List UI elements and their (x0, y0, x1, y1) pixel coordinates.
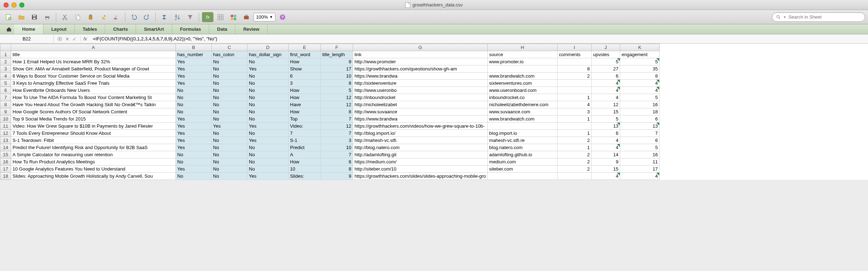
spreadsheet-grid[interactable]: ABCDEFGHIJK1titlehas_numberhas_colonhas_… (0, 44, 868, 180)
row-header[interactable]: 11 (0, 123, 11, 130)
cell[interactable]: www.brandwatch.com (488, 73, 558, 80)
cell[interactable]: 1 (558, 144, 592, 151)
col-header-G[interactable]: G (353, 44, 488, 51)
cell[interactable]: 27 (592, 65, 620, 73)
cell[interactable]: 5 (592, 58, 620, 65)
cell[interactable]: No (247, 144, 289, 151)
fx-label[interactable]: fx (81, 36, 90, 41)
cell[interactable]: A (289, 151, 321, 158)
cell[interactable]: How Google Scores Authors Of Social Netw… (11, 108, 176, 115)
cell[interactable]: https://growthhackers.com/questions/show… (353, 65, 488, 73)
cell[interactable]: Slides: (289, 173, 321, 180)
cell[interactable]: http://nicholeelizabet (353, 101, 488, 108)
col-header-F[interactable]: F (321, 44, 353, 51)
cell[interactable]: Show (289, 65, 321, 73)
cell[interactable]: 1 (558, 130, 592, 137)
cell[interactable]: No (212, 130, 247, 137)
cell[interactable]: 3 (321, 137, 353, 144)
formula-input[interactable]: =IF(COUNT(FIND({0,1,2,3,4,5,6,7,8,9},A22… (90, 36, 868, 41)
cell[interactable]: Yes (247, 65, 289, 73)
cell[interactable]: How (289, 94, 321, 101)
tab-charts[interactable]: Charts (105, 24, 136, 34)
cell[interactable]: No (247, 87, 289, 94)
cell[interactable]: 7 (321, 130, 353, 137)
cell[interactable]: No (212, 65, 247, 73)
cell[interactable]: No (176, 87, 212, 94)
cell[interactable]: 6 (592, 73, 620, 80)
col-header-I[interactable]: I (558, 44, 592, 51)
accept-formula-button[interactable]: ✓ (72, 36, 77, 42)
cell[interactable]: 18 (620, 108, 660, 115)
cell[interactable]: No (247, 108, 289, 115)
cell[interactable]: No (212, 144, 247, 151)
cell[interactable]: No (247, 166, 289, 173)
cell[interactable]: 6 (289, 73, 321, 80)
cell[interactable]: 1 (558, 94, 592, 101)
row-header[interactable]: 7 (0, 94, 11, 101)
row-header[interactable]: 12 (0, 130, 11, 137)
cell[interactable]: 8 (321, 80, 353, 87)
header-cell[interactable]: upvotes (592, 51, 620, 58)
cell[interactable]: http://mahesh-vc.stfi. (353, 137, 488, 144)
cell[interactable] (558, 173, 592, 180)
minimize-icon[interactable] (11, 3, 16, 8)
cell[interactable]: No (247, 101, 289, 108)
cell[interactable]: How 1 Email Helped Us Increase MRR By 32… (11, 58, 176, 65)
cell[interactable]: S-1 (289, 137, 321, 144)
tab-layout[interactable]: Layout (43, 24, 75, 34)
cell[interactable]: 8 (558, 65, 592, 73)
cell[interactable]: 10 (289, 166, 321, 173)
cell[interactable]: 6 (620, 115, 660, 123)
cell[interactable]: nicholeelizabethdemere.com (488, 101, 558, 108)
tab-home[interactable]: Home (14, 24, 43, 34)
cell[interactable]: 5 (620, 58, 660, 65)
cell[interactable]: Yes (176, 80, 212, 87)
cell[interactable]: 5 (592, 115, 620, 123)
cell[interactable]: No (247, 80, 289, 87)
cell[interactable] (488, 173, 558, 180)
cell[interactable]: Yes (176, 166, 212, 173)
cell[interactable]: http://adamlofting.git (353, 151, 488, 158)
cell[interactable]: 9 (321, 173, 353, 180)
cell[interactable]: 13 (592, 123, 620, 130)
cell[interactable]: 2 (558, 151, 592, 158)
header-cell[interactable]: has_dollar_sign (247, 51, 289, 58)
row-header[interactable]: 18 (0, 173, 11, 180)
cell[interactable]: http://www.useronbo (353, 87, 488, 94)
cell[interactable]: Video: How We Grew Square to $10B in Pay… (11, 123, 176, 130)
cell[interactable]: 1 (558, 115, 592, 123)
row-header[interactable]: 9 (0, 108, 11, 115)
cell[interactable]: Top (289, 115, 321, 123)
cell[interactable]: 5 (620, 144, 660, 151)
cell[interactable]: 6 (620, 137, 660, 144)
cell[interactable]: No (212, 87, 247, 94)
col-header-E[interactable]: E (289, 44, 321, 51)
cell[interactable]: No (176, 173, 212, 180)
cell[interactable]: No (212, 151, 247, 158)
tab-smartart[interactable]: SmartArt (136, 24, 172, 34)
cell[interactable]: 9 (321, 58, 353, 65)
toolbox-button[interactable] (241, 12, 252, 22)
cell[interactable]: http://www.promoter (353, 58, 488, 65)
zoom-selector[interactable]: 100% ▼ (254, 13, 275, 21)
cell[interactable]: https://www.brandwa (353, 73, 488, 80)
cell[interactable]: https://growthhackers.com/videos/how-we-… (353, 123, 488, 130)
tab-formulas[interactable]: Formulas (172, 24, 209, 34)
cell[interactable]: Video: (289, 123, 321, 130)
cell[interactable]: Yes (247, 123, 289, 130)
cell[interactable]: No (212, 58, 247, 65)
cell[interactable]: 13 (620, 123, 660, 130)
cell[interactable]: www.useronboard.com (488, 87, 558, 94)
cell[interactable]: medium.com (488, 158, 558, 166)
header-cell[interactable]: title (11, 51, 176, 58)
row-header[interactable]: 10 (0, 115, 11, 123)
gallery-button[interactable] (228, 12, 239, 22)
cell[interactable] (558, 80, 592, 87)
cell[interactable]: No (247, 158, 289, 166)
autosum-button[interactable] (159, 12, 170, 22)
cell[interactable]: How Eventbrite Onboards New Users (11, 87, 176, 94)
cell[interactable]: Yes (247, 137, 289, 144)
col-header-C[interactable]: C (212, 44, 247, 51)
cell[interactable]: https://medium.com/ (353, 158, 488, 166)
cut-button[interactable] (59, 12, 71, 22)
